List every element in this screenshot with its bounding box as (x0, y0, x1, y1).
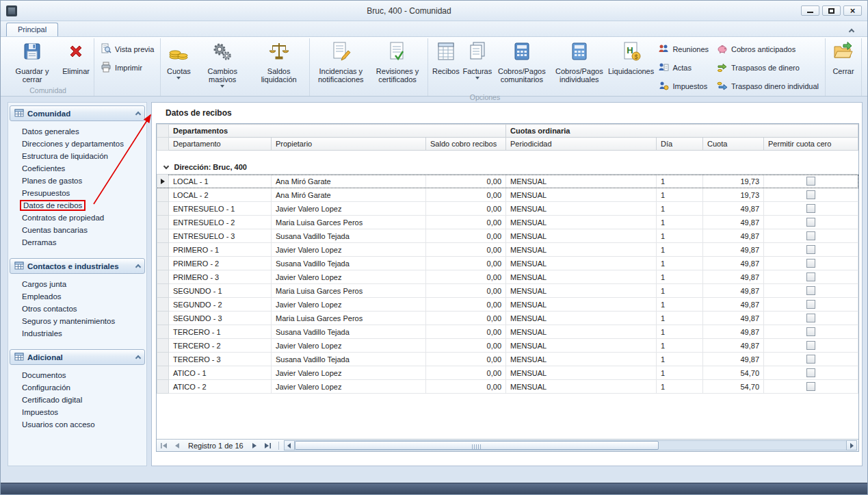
cell-propietario[interactable]: Javier Valero Lopez (272, 298, 426, 312)
cell-propietario[interactable]: Javier Valero Lopez (272, 270, 426, 284)
cell-propietario[interactable]: Javier Valero Lopez (272, 366, 426, 380)
cell-dia[interactable]: 1 (657, 257, 703, 270)
cell-propietario[interactable]: Javier Valero Lopez (272, 202, 426, 216)
cell-departamento[interactable]: TERCERO - 1 (169, 325, 272, 339)
cell-departamento[interactable]: PRIMERO - 2 (169, 257, 272, 270)
cell-saldo[interactable]: 0,00 (426, 284, 506, 298)
table-row[interactable]: ENTRESUELO - 1 Javier Valero Lopez 0,00 … (157, 202, 858, 216)
cell-saldo[interactable]: 0,00 (426, 188, 506, 202)
cell-cuota[interactable]: 49,87 (703, 229, 764, 243)
cuota-cero-checkbox[interactable] (806, 327, 815, 336)
sidebar-item[interactable]: Presupuestos (10, 187, 145, 199)
cell-periodicidad[interactable]: MENSUAL (506, 270, 657, 284)
sidebar-item[interactable]: Documentos (10, 369, 145, 381)
table-row[interactable]: SEGUNDO - 3 Maria Luisa Garces Peros 0,0… (157, 312, 858, 325)
cell-departamento[interactable]: ENTRESUELO - 3 (169, 229, 272, 243)
cuota-cero-checkbox[interactable] (806, 286, 815, 295)
sidebar-item[interactable]: Datos generales (10, 125, 145, 138)
sidebar-item[interactable]: Planes de gastos (10, 175, 145, 187)
table-row[interactable]: SEGUNDO - 1 Maria Luisa Garces Peros 0,0… (157, 284, 858, 298)
cell-propietario[interactable]: Susana Vadillo Tejada (272, 257, 426, 270)
sidebar-item[interactable]: Seguros y mantenimientos (10, 315, 145, 327)
cell-propietario[interactable]: Maria Luisa Garces Peros (272, 216, 426, 229)
cell-propietario[interactable]: Maria Luisa Garces Peros (272, 284, 426, 298)
imprimir-button[interactable]: Imprimir (98, 61, 157, 75)
cell-dia[interactable]: 1 (657, 216, 703, 229)
maximize-button[interactable] (822, 5, 841, 16)
eliminar-button[interactable]: Eliminar (60, 38, 92, 76)
cell-dia[interactable]: 1 (657, 380, 703, 394)
cobros-pagos-comunitarios-button[interactable]: Cobros/Pagos comunitarios (493, 38, 551, 84)
next-record-button[interactable] (249, 440, 261, 450)
cuotas-button[interactable]: Cuotas (163, 38, 194, 80)
cell-cuota[interactable]: 49,87 (703, 284, 764, 298)
cell-cuota[interactable]: 54,70 (703, 366, 764, 380)
cell-periodicidad[interactable]: MENSUAL (506, 202, 657, 216)
cell-dia[interactable]: 1 (657, 312, 703, 325)
sidebar-item[interactable]: Contratos de propiedad (10, 212, 145, 224)
cell-saldo[interactable]: 0,00 (426, 175, 506, 188)
column-header-cuota[interactable]: Cuota (703, 138, 764, 151)
cell-departamento[interactable]: LOCAL - 1 (169, 175, 272, 188)
cell-saldo[interactable]: 0,00 (426, 366, 506, 380)
cuota-cero-checkbox[interactable] (806, 190, 815, 199)
sidebar-item[interactable]: Empleados (10, 290, 145, 303)
cell-cuota[interactable]: 49,87 (703, 216, 764, 229)
cell-cuota[interactable]: 49,87 (703, 353, 764, 366)
cell-periodicidad[interactable]: MENSUAL (506, 339, 657, 353)
table-row[interactable]: TERCERO - 3 Susana Vadillo Tejada 0,00 M… (157, 353, 858, 366)
table-row[interactable]: ENTRESUELO - 3 Susana Vadillo Tejada 0,0… (157, 229, 858, 243)
cell-departamento[interactable]: ATICO - 2 (169, 380, 272, 394)
cell-dia[interactable]: 1 (657, 353, 703, 366)
cell-cuota[interactable]: 19,73 (703, 175, 764, 188)
cell-departamento[interactable]: ENTRESUELO - 1 (169, 202, 272, 216)
cell-dia[interactable]: 1 (657, 339, 703, 353)
scroll-left-button[interactable] (284, 440, 295, 450)
cell-periodicidad[interactable]: MENSUAL (506, 284, 657, 298)
table-row[interactable]: SEGUNDO - 2 Javier Valero Lopez 0,00 MEN… (157, 298, 858, 312)
cell-dia[interactable]: 1 (657, 284, 703, 298)
sidebar-item[interactable]: Coeficientes (10, 162, 145, 175)
minimize-button[interactable] (801, 5, 819, 16)
cuota-cero-checkbox[interactable] (806, 300, 815, 309)
cell-periodicidad[interactable]: MENSUAL (506, 257, 657, 270)
cell-saldo[interactable]: 0,00 (426, 243, 506, 257)
liquidaciones-button[interactable]: H$ Liquidaciones (608, 38, 655, 76)
cell-dia[interactable]: 1 (657, 229, 703, 243)
cell-dia[interactable]: 1 (657, 325, 703, 339)
cuota-cero-checkbox[interactable] (806, 272, 815, 281)
cell-periodicidad[interactable]: MENSUAL (506, 229, 657, 243)
cell-cuota[interactable]: 49,87 (703, 202, 764, 216)
cell-propietario[interactable]: Javier Valero Lopez (272, 243, 426, 257)
column-header-dia[interactable]: Día (657, 138, 703, 151)
column-header-periodicidad[interactable]: Periodicidad (506, 138, 657, 151)
table-row[interactable]: TERCERO - 2 Javier Valero Lopez 0,00 MEN… (157, 339, 858, 353)
sidebar-item[interactable]: Estructura de liquidación (10, 150, 145, 162)
cell-propietario[interactable]: Ana Miró Garate (272, 188, 426, 202)
cell-saldo[interactable]: 0,00 (426, 202, 506, 216)
cell-departamento[interactable]: PRIMERO - 1 (169, 243, 272, 257)
cell-propietario[interactable]: Susana Vadillo Tejada (272, 353, 426, 366)
cell-cuota[interactable]: 49,87 (703, 325, 764, 339)
cell-departamento[interactable]: TERCERO - 2 (169, 339, 272, 353)
table-row[interactable]: LOCAL - 1 Ana Miró Garate 0,00 MENSUAL 1… (157, 175, 858, 188)
cell-cuota[interactable]: 49,87 (703, 257, 764, 270)
cell-dia[interactable]: 1 (657, 243, 703, 257)
cell-periodicidad[interactable]: MENSUAL (506, 325, 657, 339)
cell-saldo[interactable]: 0,00 (426, 325, 506, 339)
cell-saldo[interactable]: 0,00 (426, 312, 506, 325)
cell-periodicidad[interactable]: MENSUAL (506, 312, 657, 325)
cell-cuota[interactable]: 49,87 (703, 298, 764, 312)
cell-propietario[interactable]: Javier Valero Lopez (272, 380, 426, 394)
cell-periodicidad[interactable]: MENSUAL (506, 243, 657, 257)
previous-record-button[interactable] (171, 440, 183, 450)
cell-cuota[interactable]: 49,87 (703, 312, 764, 325)
cell-saldo[interactable]: 0,00 (426, 257, 506, 270)
cuota-cero-checkbox[interactable] (806, 204, 815, 213)
sidebar-item[interactable]: Direcciones y departamentos (10, 138, 145, 150)
sidebar-section-comunidad[interactable]: Comunidad (10, 105, 145, 121)
sidebar-item[interactable]: Derramas (10, 236, 145, 249)
sidebar-section-contactos[interactable]: Contactos e industriales (10, 258, 145, 274)
cell-saldo[interactable]: 0,00 (426, 380, 506, 394)
cambios-masivos-button[interactable]: Cambios masivos (194, 38, 250, 88)
